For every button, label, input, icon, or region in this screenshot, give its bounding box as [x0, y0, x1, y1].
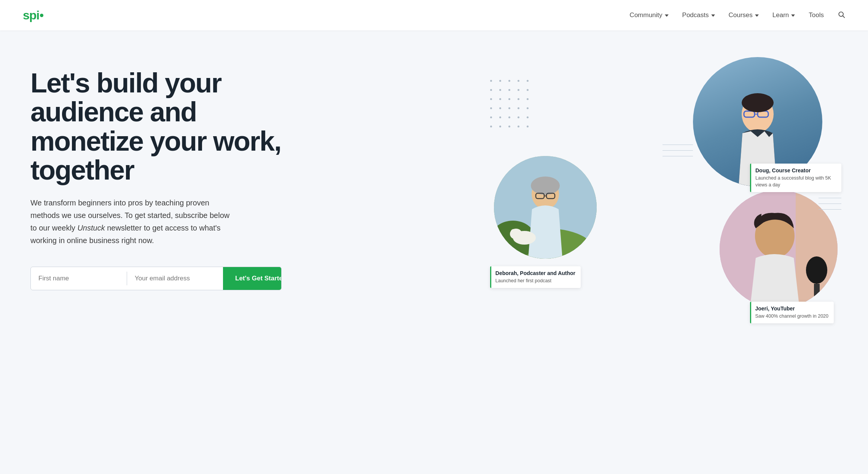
nav-community-label: Community: [630, 11, 663, 19]
nav-learn[interactable]: Learn: [772, 11, 795, 19]
deborah-card-desc: Launched her first podcast: [495, 277, 575, 284]
doug-card-desc: Launched a successful blog with 5K views…: [755, 175, 836, 188]
h-line: [819, 209, 841, 210]
profile-circle-deborah: [494, 156, 597, 259]
hero-right: Doug, Course Creator Launched a successf…: [483, 57, 838, 331]
chevron-down-icon: [755, 14, 759, 17]
card-accent: [750, 164, 751, 192]
email-input[interactable]: [127, 267, 223, 290]
joeri-card-desc: Saw 400% channel growth in 2020: [755, 313, 829, 320]
first-name-input[interactable]: [31, 267, 127, 290]
joeri-card-name: Joeri, YouTuber: [755, 305, 829, 312]
hero-left: Let's build your audience and monetize y…: [30, 53, 282, 290]
svg-point-17: [511, 229, 517, 235]
info-card-doug: Doug, Course Creator Launched a successf…: [750, 164, 841, 192]
info-card-joeri: Joeri, YouTuber Saw 400% channel growth …: [750, 302, 834, 323]
deborah-photo-bg: [494, 156, 597, 259]
decorative-lines: [663, 145, 693, 156]
search-icon[interactable]: [838, 11, 845, 20]
info-card-deborah: Deborah, Podcaster and Author Launched h…: [490, 266, 581, 288]
card-accent: [750, 302, 751, 323]
svg-point-6: [742, 93, 774, 112]
nav-learn-label: Learn: [772, 11, 789, 19]
card-accent: [490, 266, 491, 288]
dot-grid: [490, 80, 532, 131]
chevron-down-icon: [791, 14, 795, 17]
doug-card-name: Doug, Course Creator: [755, 167, 836, 173]
get-started-button[interactable]: Let's Get Started: [223, 267, 282, 290]
main-nav: Community Podcasts Courses Learn Tools: [630, 11, 845, 20]
chevron-down-icon: [711, 14, 715, 17]
nav-tools-label: Tools: [809, 11, 824, 19]
site-logo[interactable]: spi: [23, 9, 43, 21]
hero-section: Let's build your audience and monetize y…: [0, 30, 868, 474]
decorative-lines-2: [819, 198, 841, 210]
deborah-silhouette: [494, 156, 597, 259]
hero-subtext: We transform beginners into pros by teac…: [30, 197, 236, 247]
h-line: [663, 150, 693, 151]
svg-line-1: [843, 16, 845, 17]
h-line: [819, 204, 841, 204]
nav-courses[interactable]: Courses: [729, 11, 759, 19]
nav-tools[interactable]: Tools: [809, 11, 824, 19]
nav-podcasts[interactable]: Podcasts: [682, 11, 715, 19]
nav-courses-label: Courses: [729, 11, 753, 19]
h-line: [663, 156, 693, 156]
logo-dot: [40, 14, 43, 17]
deborah-card-name: Deborah, Podcaster and Author: [495, 270, 575, 276]
chevron-down-icon: [665, 14, 669, 17]
svg-point-21: [806, 256, 827, 284]
svg-rect-22: [814, 284, 820, 299]
nav-community[interactable]: Community: [630, 11, 669, 19]
hero-subtext-italic: Unstuck: [77, 224, 105, 232]
hero-headline: Let's build your audience and monetize y…: [30, 68, 282, 185]
hero-form: Let's Get Started: [30, 267, 282, 290]
h-line: [819, 198, 841, 198]
nav-podcasts-label: Podcasts: [682, 11, 709, 19]
site-header: spi Community Podcasts Courses Learn Too…: [0, 0, 868, 30]
svg-point-11: [531, 177, 560, 195]
h-line: [663, 145, 693, 145]
logo-text: spi: [23, 9, 39, 21]
